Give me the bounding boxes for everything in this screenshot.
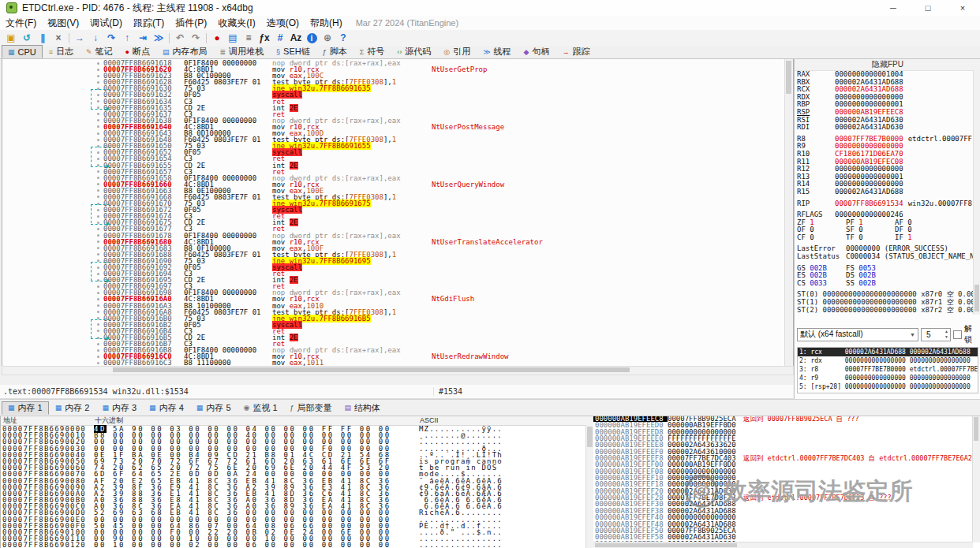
tab-跟踪[interactable]: →跟踪 <box>556 45 597 58</box>
breakpoint-dot-icon[interactable] <box>97 298 99 300</box>
stack-horizontal-scrollbar[interactable] <box>593 542 973 548</box>
tab-CPU[interactable]: ▦CPU <box>2 45 43 58</box>
scrollbar-thumb[interactable] <box>974 417 978 441</box>
breakpoint-dot-icon[interactable] <box>97 349 99 352</box>
call-argument-row[interactable]: 2: rdx 0000000000000000 0000000000000000 <box>798 356 978 365</box>
back-icon[interactable]: ↶ <box>172 32 188 45</box>
breakpoint-dot-icon[interactable] <box>97 362 99 364</box>
spinner-arrows-icon[interactable]: ▲▼ <box>944 329 948 340</box>
tab-源代码[interactable]: ‹›源代码 <box>391 45 437 58</box>
bottom-tab-内存 3[interactable]: ▦内存 3 <box>95 401 143 415</box>
step-into-icon[interactable]: ↓ <box>88 32 103 45</box>
call-arguments-box[interactable]: 1: rcx 000002A6431AD688 000002A6431AD688… <box>797 347 978 393</box>
scrollbar-thumb[interactable] <box>974 285 979 311</box>
register-row[interactable]: CF 0TF 0IF 1 <box>795 234 980 242</box>
scrollbar-thumb[interactable] <box>786 61 791 94</box>
breakpoint-dot-icon[interactable] <box>97 139 99 141</box>
breakpoint-dot-icon[interactable] <box>97 234 99 237</box>
call-argument-row[interactable]: 4: r9 0000000000000000 0000000000000000 <box>798 374 978 382</box>
breakpoint-dot-icon[interactable] <box>97 94 99 96</box>
register-row[interactable]: RFLAGS0000000000000246 <box>795 211 980 219</box>
disassembly-pane[interactable]: 00007FF8B66916180F1F8400 00000000nop dwo… <box>2 58 794 367</box>
forward-icon[interactable]: ↷ <box>188 32 204 45</box>
bottom-tab-局部变量[interactable]: ƒ局部变量 <box>284 401 339 415</box>
breakpoint-dot-icon[interactable] <box>97 125 99 128</box>
breakpoint-dot-icon[interactable] <box>97 323 99 326</box>
open-file-icon[interactable]: ▣ <box>3 32 19 45</box>
scrollbar-thumb[interactable] <box>113 367 630 372</box>
tab-SEH链[interactable]: §SEH链 <box>270 45 316 58</box>
stack-vertical-scrollbar[interactable] <box>972 416 980 542</box>
close-button[interactable]: × <box>945 0 980 16</box>
breakpoint-dot-icon[interactable] <box>97 285 99 288</box>
bottom-tab-监视 1[interactable]: ◉监视 1 <box>238 401 284 415</box>
register-row[interactable]: ST(2) 0000000000000000000000 x87r2 空 0.0… <box>795 307 980 315</box>
tab-线程[interactable]: ≫线程 <box>477 45 517 58</box>
call-argument-row[interactable]: 5: [rsp+28] 0000000000000000 00000000000… <box>798 382 978 391</box>
breakpoint-dot-icon[interactable] <box>97 189 99 192</box>
breakpoint-dot-icon[interactable] <box>97 292 99 294</box>
menu-item-8[interactable]: 帮助(H) <box>305 17 348 30</box>
tab-符号[interactable]: Σ符号 <box>353 45 391 58</box>
register-row[interactable]: RIP00007FF8B6691534win32u.00007FF8 <box>795 200 980 208</box>
breakpoint-dot-icon[interactable] <box>97 304 99 307</box>
bottom-tab-内存 4[interactable]: ▦内存 4 <box>143 401 190 415</box>
tab-引用[interactable]: ◎引用 <box>437 45 477 58</box>
breakpoint-dot-icon[interactable] <box>97 215 99 218</box>
breakpoint-dot-icon[interactable] <box>97 69 99 71</box>
breakpoint-dot-icon[interactable] <box>97 247 99 249</box>
bottom-tab-内存 5[interactable]: ▦内存 5 <box>190 401 238 415</box>
pause-icon[interactable]: ∥ <box>35 32 50 45</box>
breakpoint-dot-icon[interactable] <box>97 240 99 243</box>
close-debuggee-icon[interactable]: × <box>50 32 66 45</box>
info-icon[interactable]: i <box>304 32 320 45</box>
settings-icon[interactable]: ⊕ <box>320 32 335 45</box>
animate-into-icon[interactable]: ≫ <box>151 32 166 45</box>
unlock-checkbox[interactable] <box>953 330 962 339</box>
breakpoint-dot-icon[interactable] <box>97 177 99 179</box>
hash-icon[interactable]: # <box>272 32 288 45</box>
breakpoint-dot-icon[interactable] <box>97 100 99 103</box>
tab-句柄[interactable]: ◆句柄 <box>518 45 556 58</box>
tab-内存布局[interactable]: ▤内存布局 <box>156 45 214 58</box>
breakpoint-dot-icon[interactable] <box>97 343 99 345</box>
log-icon[interactable]: ≡ <box>241 32 256 45</box>
registers-scrollbar[interactable] <box>973 70 980 315</box>
registers-pane[interactable]: 隐藏FPU RAX0000000000001004RBX000002A6431A… <box>794 58 980 400</box>
breakpoint-dot-icon[interactable] <box>97 183 99 185</box>
fx-icon[interactable]: ƒx <box>256 32 272 45</box>
dump-row[interactable]: 00007FF8B669012000 10 00 00 00 02 00 00 … <box>1 542 594 548</box>
call-argument-row[interactable]: 1: rcx 000002A6431AD688 000002A6431AD688 <box>798 348 978 356</box>
menu-item-3[interactable]: 调试(D) <box>84 17 128 30</box>
breakpoint-dot-icon[interactable] <box>97 132 99 135</box>
breakpoint-dot-icon[interactable] <box>97 356 99 358</box>
breakpoint-dot-icon[interactable] <box>97 311 99 313</box>
tab-断点[interactable]: ●断点 <box>119 45 156 58</box>
scrollbar-thumb[interactable] <box>587 427 593 447</box>
register-row[interactable]: OF 0SF 0DF 0 <box>795 226 980 234</box>
bottom-tab-内存 2[interactable]: ▦内存 2 <box>49 401 96 415</box>
breakpoint-dot-icon[interactable] <box>97 62 99 65</box>
tab-笔记[interactable]: ✎笔记 <box>80 45 119 58</box>
breakpoint-dot-icon[interactable] <box>97 209 99 211</box>
register-row[interactable]: LastStatusC0000034 (STATUS_OBJECT_NAME_N… <box>795 253 980 261</box>
register-row[interactable]: R15000002A6431AD688 <box>795 188 980 196</box>
calling-convention-select[interactable]: 默认 (x64 fastcall) ▼ <box>797 328 918 341</box>
menu-item-1[interactable]: 文件(F) <box>0 17 42 30</box>
breakpoint-icon[interactable]: ● <box>209 32 225 45</box>
scrollbar-thumb[interactable] <box>595 543 737 547</box>
memory-dump-pane[interactable]: 地址 十六进制 ASCII 00007FF8B66900004D 5A 90 0… <box>0 415 595 548</box>
breakpoint-dot-icon[interactable] <box>97 267 99 269</box>
breakpoint-dot-icon[interactable] <box>97 158 99 160</box>
tab-日志[interactable]: ≡日志 <box>43 45 80 58</box>
breakpoint-dot-icon[interactable] <box>97 81 99 84</box>
breakpoint-dot-icon[interactable] <box>97 75 99 77</box>
run-icon[interactable]: → <box>72 32 88 45</box>
register-row[interactable]: RDI000002A6431AD630 <box>795 124 980 132</box>
tab-调用堆栈[interactable]: ≣调用堆栈 <box>214 45 271 58</box>
tab-脚本[interactable]: ƒ脚本 <box>316 45 353 58</box>
breakpoint-dot-icon[interactable] <box>97 113 99 115</box>
menu-item-4[interactable]: 跟踪(T) <box>128 17 170 30</box>
disassembly-horizontal-scrollbar[interactable] <box>2 366 794 375</box>
bottom-tab-结构体[interactable]: ▤结构体 <box>339 401 387 415</box>
